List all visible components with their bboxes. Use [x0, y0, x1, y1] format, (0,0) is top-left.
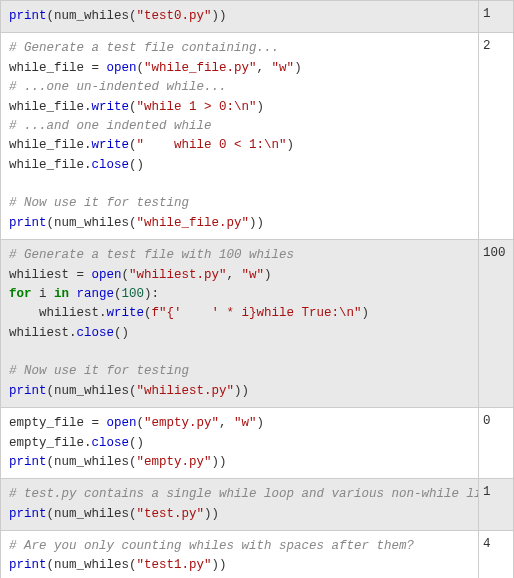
table-row: # Generate a test file with 100 whiles w… — [1, 240, 513, 408]
table-row: # Generate a test file containing... whi… — [1, 33, 513, 240]
table-row: # test.py contains a single while loop a… — [1, 479, 513, 531]
code-cell: # Generate a test file containing... whi… — [1, 33, 479, 239]
code-cell: # Generate a test file with 100 whiles w… — [1, 240, 479, 407]
test-table: print(num_whiles("test0.py"))1# Generate… — [0, 0, 514, 578]
code-cell: # Are you only counting whiles with spac… — [1, 531, 479, 578]
output-cell: 0 — [479, 408, 513, 478]
table-row: # Are you only counting whiles with spac… — [1, 531, 513, 578]
output-cell: 4 — [479, 531, 513, 578]
table-row: print(num_whiles("test0.py"))1 — [1, 1, 513, 33]
table-row: empty_file = open("empty.py", "w") empty… — [1, 408, 513, 479]
output-cell: 100 — [479, 240, 513, 407]
code-cell: empty_file = open("empty.py", "w") empty… — [1, 408, 479, 478]
code-cell: # test.py contains a single while loop a… — [1, 479, 479, 530]
code-cell: print(num_whiles("test0.py")) — [1, 1, 479, 32]
output-cell: 1 — [479, 1, 513, 32]
output-cell: 1 — [479, 479, 513, 530]
output-cell: 2 — [479, 33, 513, 239]
